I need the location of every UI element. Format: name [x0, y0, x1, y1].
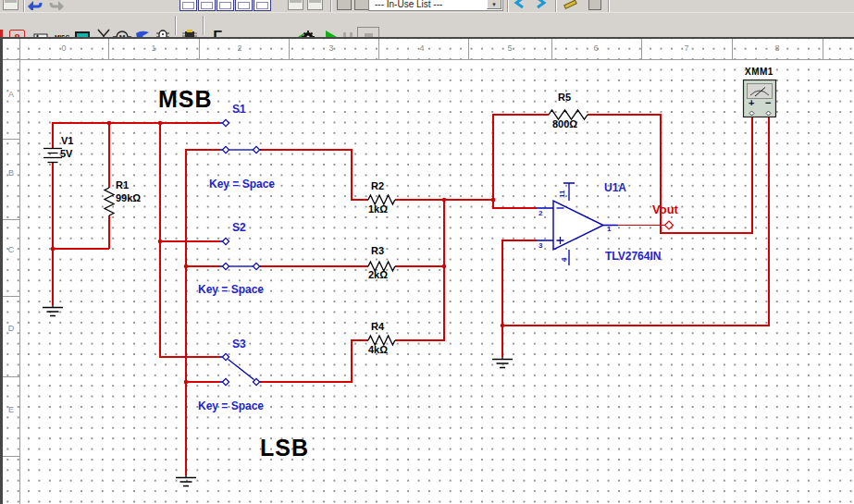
separator [555, 0, 557, 12]
window-tile-icon-5[interactable] [254, 0, 271, 11]
zoom-out-icon[interactable] [354, 0, 369, 10]
window-tile-icon-2[interactable] [198, 0, 216, 11]
vout-net-label: Vout [652, 203, 678, 216]
lsb-annotation: LSB [260, 436, 309, 461]
zoom-in-icon[interactable] [337, 0, 352, 10]
ruler-number: 5 [501, 43, 519, 53]
s2-refdes: S2 [232, 222, 246, 234]
ruler-tick [3, 139, 19, 140]
ruler-number: 6 [587, 43, 605, 53]
redo-icon[interactable] [48, 0, 65, 10]
xmm1-plus-sign: + [749, 97, 754, 108]
separator [330, 0, 332, 12]
r3-refdes: R3 [371, 245, 384, 256]
ruler-letter: D [5, 324, 18, 333]
pin-1-label: 1 [607, 226, 611, 234]
separator [203, 16, 204, 35]
s3-refdes: S3 [232, 338, 246, 350]
ruler-tick [3, 456, 19, 457]
settings-icon[interactable] [588, 0, 601, 10]
xmm1-minus-sign: − [765, 97, 771, 108]
r1-value: 99kΩ [116, 192, 141, 203]
u1a-part-number: TLV2764IN [605, 251, 661, 263]
s1-refdes: S1 [232, 104, 246, 116]
pin-11-label: 11 [559, 191, 567, 198]
s1-key-label: Key = Space [209, 178, 275, 191]
ruler-letter: C [5, 245, 18, 254]
r1-refdes: R1 [116, 179, 129, 191]
ruler-tick [378, 39, 379, 59]
back-annotate-icon[interactable] [512, 0, 528, 10]
r5-refdes: R5 [558, 92, 571, 103]
canvas-top-edge [0, 37, 854, 39]
toolbar-row-components: 8 MISC M [0, 12, 854, 38]
u1a-refdes: U1A [604, 182, 626, 194]
r2-value: 1kΩ [368, 203, 388, 215]
ruler-number: 2 [230, 43, 249, 53]
dropdown-arrow-icon[interactable]: ▼ [487, 0, 501, 9]
window-tile-icon-4[interactable] [235, 0, 253, 11]
probe-tool-icon[interactable] [562, 0, 580, 10]
r5-value: 800Ω [552, 118, 577, 129]
separator [608, 0, 610, 12]
copy-icon[interactable] [3, 0, 19, 10]
multisim-window: --- In-Use List --- ▼ 8 MISC [0, 0, 854, 504]
pin-4-label: 4 [561, 258, 569, 262]
separator [507, 0, 509, 12]
print-icon[interactable] [288, 0, 303, 10]
separator [23, 0, 25, 12]
xmm1-refdes: XMM1 [745, 67, 774, 77]
ruler-letter: B [5, 168, 18, 178]
ruler-letter: A [5, 90, 18, 99]
pin-2-label: 2 [538, 210, 542, 218]
toolbar-row-main: --- In-Use List --- ▼ [0, 0, 854, 12]
pin-3-label: 3 [538, 242, 542, 251]
ruler-tick [468, 39, 469, 59]
undo-icon[interactable] [27, 0, 43, 10]
r3-value: 2kΩ [368, 269, 388, 280]
window-tile-icon-1[interactable] [179, 0, 197, 11]
ruler-tick [3, 376, 19, 377]
ruler-tick [199, 39, 200, 59]
ruler-number: 0 [55, 43, 73, 53]
v1-refdes: V1 [61, 135, 73, 146]
r4-refdes: R4 [371, 321, 384, 332]
ruler-number: 3 [322, 43, 340, 53]
ruler-tick [641, 39, 642, 59]
forward-annotate-icon[interactable] [532, 0, 549, 10]
v1-value: 5V [60, 148, 72, 159]
in-use-list-dropdown[interactable]: --- In-Use List --- ▼ [368, 0, 503, 11]
canvas-left-edge [0, 37, 3, 504]
msb-annotation: MSB [158, 87, 213, 113]
ruler-tick [3, 219, 19, 220]
ruler-tick [108, 39, 109, 59]
ruler-number: 4 [413, 43, 431, 53]
ruler-number: 7 [677, 43, 696, 53]
ruler-number: 1 [144, 43, 163, 53]
s3-key-label: Key = Space [198, 400, 264, 412]
toolbar: --- In-Use List --- ▼ 8 MISC [0, 0, 854, 37]
window-tile-icon-3[interactable] [217, 0, 234, 11]
ruler-tick [3, 296, 19, 297]
ruler-tick [289, 39, 290, 59]
r2-refdes: R2 [371, 180, 384, 191]
ruler-line [3, 59, 854, 60]
s2-key-label: Key = Space [198, 284, 264, 296]
r4-value: 4kΩ [368, 344, 388, 355]
in-use-list-label: --- In-Use List --- [375, 0, 442, 9]
print-preview-icon[interactable] [307, 0, 323, 10]
ruler-tick [551, 39, 552, 59]
schematic-canvas[interactable] [0, 39, 854, 504]
ruler-number: 8 [768, 43, 786, 53]
ruler-tick [823, 39, 823, 59]
ruler-tick [732, 39, 733, 59]
ruler-line [19, 39, 20, 504]
ruler-letter: E [5, 405, 18, 414]
separator [175, 16, 177, 35]
